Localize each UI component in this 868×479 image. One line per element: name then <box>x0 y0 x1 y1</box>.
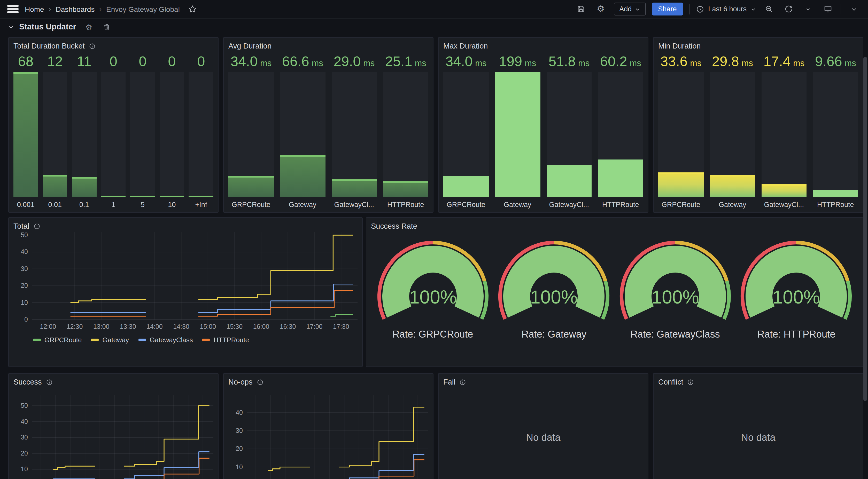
bar-gauge: 680.001120.01110.101050100+Inf <box>13 54 213 208</box>
bar-column: 33.6msGRPCRoute <box>658 54 704 208</box>
panel-total-duration-bucket: Total Duration Bucket 680.001120.01110.1… <box>8 37 219 213</box>
panel-title[interactable]: Total <box>13 221 358 231</box>
menu-icon[interactable] <box>7 3 19 15</box>
bar-fill <box>495 72 540 197</box>
refresh-icon[interactable] <box>782 2 795 16</box>
gauge: 100%Rate: Gateway <box>494 234 613 363</box>
panel-total: Total 0102030405012:0012:3013:0013:3014:… <box>8 217 363 367</box>
svg-text:30: 30 <box>21 265 28 272</box>
gauge-label: Rate: HTTPRoute <box>757 329 835 340</box>
bar-value: 68 <box>13 54 38 70</box>
no-data-message: No data <box>443 432 643 443</box>
bar-value: 199ms <box>495 54 540 70</box>
svg-text:17:30: 17:30 <box>333 323 349 330</box>
panel-title[interactable]: No-ops <box>228 377 428 387</box>
time-range-picker[interactable]: Last 6 hours <box>696 5 756 13</box>
kiosk-mode-icon[interactable] <box>821 2 834 16</box>
toolbar-chevron-down-icon[interactable] <box>847 2 861 16</box>
bar-label: +Inf <box>189 197 213 208</box>
svg-text:13:30: 13:30 <box>120 323 136 330</box>
refresh-interval-chevron-icon[interactable] <box>801 2 815 16</box>
svg-text:20: 20 <box>21 282 28 289</box>
svg-text:100%: 100% <box>773 287 820 307</box>
svg-text:10: 10 <box>21 465 28 473</box>
bar-fill <box>710 175 755 197</box>
bar-track <box>495 72 540 197</box>
chevron-right-icon: › <box>49 5 51 13</box>
info-icon[interactable] <box>257 379 264 385</box>
bar-value: 29.0ms <box>332 54 377 70</box>
breadcrumb-dashboards[interactable]: Dashboards <box>56 5 95 13</box>
info-icon[interactable] <box>460 379 466 385</box>
clock-icon <box>696 5 704 13</box>
bar-label: 1 <box>101 197 126 208</box>
info-icon[interactable] <box>89 43 96 49</box>
bar-column: 010 <box>160 54 184 208</box>
bar-column: 66.6msGateway <box>280 54 326 208</box>
add-button[interactable]: Add <box>614 3 646 15</box>
legend-item[interactable]: Gateway <box>91 336 129 344</box>
svg-text:100%: 100% <box>409 287 457 307</box>
breadcrumb: Home › Dashboards › Envoy Gateway Global <box>25 5 180 13</box>
gauge-label: Rate: Gateway <box>522 329 586 340</box>
dashboard-settings-icon[interactable]: ⚙ <box>594 2 607 16</box>
panel-title[interactable]: Total Duration Bucket <box>13 41 213 50</box>
bar-track <box>761 72 807 197</box>
panel-title[interactable]: Fail <box>443 377 643 387</box>
panel-title[interactable]: Max Duration <box>443 41 643 50</box>
svg-text:50: 50 <box>21 232 28 238</box>
svg-text:0: 0 <box>24 316 28 323</box>
bar-track <box>332 72 377 197</box>
bar-label: 0.1 <box>72 197 96 208</box>
favorite-star-icon[interactable] <box>186 2 199 16</box>
bar-value: 0 <box>101 54 126 70</box>
bar-value: 51.8ms <box>547 54 592 70</box>
row-title[interactable]: Status Updater <box>19 22 76 32</box>
bar-gauge: 34.0msGRPCRoute199msGateway51.8msGateway… <box>443 54 643 208</box>
bar-fill <box>13 72 38 197</box>
bar-label: Gateway <box>280 197 326 208</box>
legend-item[interactable]: GatewayClass <box>138 336 193 344</box>
panel-title[interactable]: Success <box>13 377 213 387</box>
bar-label: GRPCRoute <box>658 197 704 208</box>
panel-title[interactable]: Success Rate <box>371 221 858 231</box>
row-collapse-chevron-icon[interactable] <box>8 24 14 30</box>
row-settings-icon[interactable]: ⚙ <box>86 23 92 31</box>
svg-text:10: 10 <box>21 299 28 306</box>
legend-item[interactable]: HTTPRoute <box>202 336 249 344</box>
row-delete-icon[interactable] <box>102 23 110 31</box>
svg-text:16:00: 16:00 <box>253 323 270 330</box>
save-dashboard-icon[interactable] <box>574 2 588 16</box>
bar-label: GRPCRoute <box>228 197 274 208</box>
gauge-row: 100%Rate: GRPCRoute100%Rate: Gateway100%… <box>371 234 858 363</box>
breadcrumb-home[interactable]: Home <box>25 5 44 13</box>
share-button[interactable]: Share <box>652 3 683 15</box>
bar-value: 29.8ms <box>710 54 755 70</box>
panel-title[interactable]: Conflict <box>658 377 858 387</box>
bar-fill <box>813 190 859 197</box>
bar-column: 17.4msGatewayCl... <box>761 54 807 208</box>
legend-item[interactable]: GRPCRoute <box>33 336 82 344</box>
panel-title[interactable]: Min Duration <box>658 41 858 50</box>
chevron-down-icon <box>635 6 640 12</box>
bar-fill <box>43 175 67 197</box>
info-icon[interactable] <box>687 379 694 385</box>
panel-title[interactable]: Avg Duration <box>228 41 428 50</box>
bar-fill <box>72 177 96 197</box>
page-scrollbar[interactable] <box>863 57 867 401</box>
bar-label: 0.01 <box>43 197 67 208</box>
bar-label: 0.001 <box>13 197 38 208</box>
bar-track <box>160 72 184 197</box>
bar-value: 33.6ms <box>658 54 704 70</box>
svg-text:10: 10 <box>236 463 243 471</box>
zoom-out-icon[interactable] <box>762 2 776 16</box>
panel-max-duration: Max Duration 34.0msGRPCRoute199msGateway… <box>438 37 648 213</box>
panel-fail: Fail No data <box>438 373 648 479</box>
bar-column: 25.1msHTTPRoute <box>383 54 429 208</box>
panel-success-rate: Success Rate 100%Rate: GRPCRoute100%Rate… <box>366 217 863 367</box>
svg-text:100%: 100% <box>530 287 578 307</box>
bar-track <box>130 72 155 197</box>
bar-track <box>280 72 326 197</box>
info-icon[interactable] <box>46 379 53 385</box>
info-icon[interactable] <box>33 223 40 230</box>
